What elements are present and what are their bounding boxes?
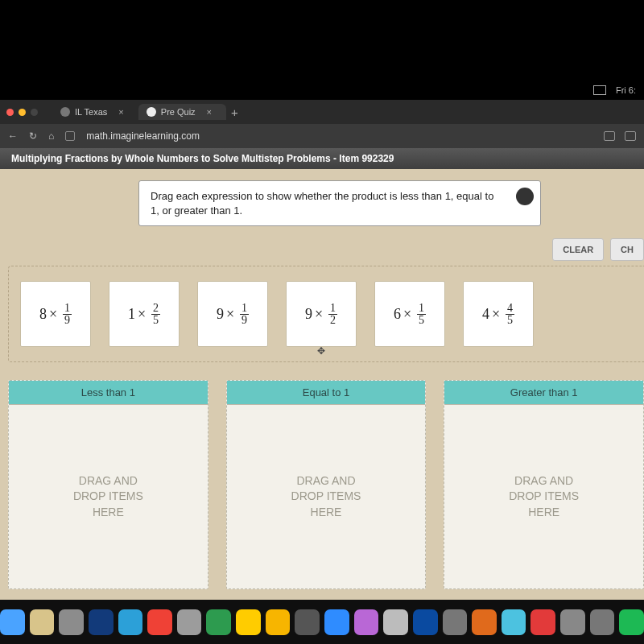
dock-app-icon[interactable] xyxy=(30,609,55,635)
dock-app-icon[interactable] xyxy=(560,609,585,635)
window-controls[interactable] xyxy=(6,109,38,116)
dock-app-icon[interactable] xyxy=(530,609,555,635)
whole-number: 1 xyxy=(128,306,135,323)
display-icon xyxy=(593,85,606,95)
expression-card[interactable]: 8×19 xyxy=(20,281,91,347)
dock-app-icon[interactable] xyxy=(206,609,231,635)
drop-zone[interactable]: Less than 1DRAG ANDDROP ITEMSHERE xyxy=(8,380,208,589)
fraction: 15 xyxy=(417,303,426,326)
dock-app-icon[interactable] xyxy=(177,609,202,635)
whole-number: 8 xyxy=(39,306,47,323)
whole-number: 6 xyxy=(394,306,401,323)
zone-header: Equal to 1 xyxy=(227,381,426,405)
extension-icon[interactable] xyxy=(604,131,615,141)
expression-card[interactable]: 9×19 xyxy=(197,281,268,347)
dock-app-icon[interactable] xyxy=(443,609,468,635)
zoom-window-icon[interactable] xyxy=(31,109,38,116)
instruction-text: Drag each expression to show whether the… xyxy=(151,190,493,217)
fraction: 45 xyxy=(506,303,514,326)
move-cursor-icon: ✥ xyxy=(317,345,325,357)
zone-body[interactable]: DRAG ANDDROP ITEMSHERE xyxy=(227,405,426,588)
dock-app-icon[interactable] xyxy=(354,609,379,635)
whole-number: 9 xyxy=(305,306,312,323)
expression-card[interactable]: 9×12✥ xyxy=(286,281,357,347)
zone-placeholder: DRAG ANDDROP ITEMSHERE xyxy=(73,473,143,521)
multiply-icon: × xyxy=(138,306,146,323)
url-text[interactable]: math.imaginelearning.com xyxy=(86,130,200,142)
close-window-icon[interactable] xyxy=(6,109,14,116)
favicon-icon xyxy=(60,107,70,117)
multiply-icon: × xyxy=(403,306,411,323)
close-tab-icon[interactable]: × xyxy=(118,107,123,117)
drop-zones: Less than 1DRAG ANDDROP ITEMSHEREEqual t… xyxy=(8,380,644,589)
expression-card[interactable]: 6×15 xyxy=(374,281,445,347)
tab-label: IL Texas xyxy=(75,107,107,117)
speaker-icon[interactable] xyxy=(516,188,534,205)
dock-app-icon[interactable] xyxy=(619,609,644,635)
dock-app-icon[interactable] xyxy=(413,609,438,635)
instruction-box: Drag each expression to show whether the… xyxy=(138,180,541,226)
dock-app-icon[interactable] xyxy=(502,609,526,635)
dock-app-icon[interactable] xyxy=(295,609,320,635)
zone-body[interactable]: DRAG ANDDROP ITEMSHERE xyxy=(9,405,208,588)
fraction: 12 xyxy=(328,303,337,326)
drop-zone[interactable]: Equal to 1DRAG ANDDROP ITEMSHERE xyxy=(226,380,427,589)
new-tab-button[interactable]: + xyxy=(231,105,238,119)
browser-tabstrip: IL Texas × Pre Quiz × + xyxy=(0,100,644,124)
dock-app-icon[interactable] xyxy=(383,609,408,635)
back-icon[interactable]: ← xyxy=(8,130,18,142)
tab-prequiz[interactable]: Pre Quiz × xyxy=(138,104,226,120)
multiply-icon: × xyxy=(226,306,234,323)
dock-app-icon[interactable] xyxy=(236,609,261,635)
zone-placeholder: DRAG ANDDROP ITEMSHERE xyxy=(291,473,361,521)
fraction: 25 xyxy=(151,303,160,326)
multiply-icon: × xyxy=(492,306,500,323)
zone-header: Less than 1 xyxy=(9,381,208,405)
zone-header: Greater than 1 xyxy=(444,381,643,405)
clock: Fri 6: xyxy=(616,85,636,95)
fraction: 19 xyxy=(63,303,72,326)
dock-app-icon[interactable] xyxy=(472,609,497,635)
check-button[interactable]: CH xyxy=(610,238,644,261)
home-icon[interactable]: ⌂ xyxy=(48,130,54,142)
lock-icon xyxy=(65,131,75,141)
dock-app-icon[interactable] xyxy=(147,609,172,635)
clear-button[interactable]: CLEAR xyxy=(552,238,604,261)
dock-app-icon[interactable] xyxy=(590,609,615,635)
lesson-title-bar: Multiplying Fractions by Whole Numbers t… xyxy=(0,148,644,170)
multiply-icon: × xyxy=(49,306,57,323)
drop-zone[interactable]: Greater than 1DRAG ANDDROP ITEMSHERE xyxy=(444,380,644,589)
content-area: Drag each expression to show whether the… xyxy=(0,169,644,600)
extension-icon[interactable] xyxy=(625,131,636,141)
expression-card[interactable]: 4×45 xyxy=(463,281,534,347)
dock-app-icon[interactable] xyxy=(266,609,291,635)
expression-card[interactable]: 1×25 xyxy=(109,281,180,347)
reload-icon[interactable]: ↻ xyxy=(29,130,37,142)
expression-pool: 8×191×259×199×12✥6×154×45 xyxy=(8,266,644,362)
dock-app-icon[interactable] xyxy=(59,609,84,635)
mac-menubar: Fri 6: xyxy=(0,80,644,100)
address-bar: ← ↻ ⌂ math.imaginelearning.com xyxy=(0,124,644,148)
whole-number: 4 xyxy=(482,306,489,323)
mac-dock[interactable] xyxy=(0,600,644,644)
whole-number: 9 xyxy=(217,306,224,323)
multiply-icon: × xyxy=(315,306,323,323)
favicon-icon xyxy=(147,107,156,117)
dock-app-icon[interactable] xyxy=(324,609,349,635)
fraction: 19 xyxy=(240,303,249,326)
lesson-title: Multiplying Fractions by Whole Numbers t… xyxy=(11,153,394,164)
zone-body[interactable]: DRAG ANDDROP ITEMSHERE xyxy=(444,405,643,588)
dock-app-icon[interactable] xyxy=(118,609,143,635)
tab-texas[interactable]: IL Texas × xyxy=(52,104,138,120)
dock-app-icon[interactable] xyxy=(0,609,25,635)
dock-app-icon[interactable] xyxy=(89,609,114,635)
zone-placeholder: DRAG ANDDROP ITEMSHERE xyxy=(509,473,579,521)
tab-label: Pre Quiz xyxy=(161,107,196,117)
close-tab-icon[interactable]: × xyxy=(207,107,212,117)
minimize-window-icon[interactable] xyxy=(19,109,26,116)
